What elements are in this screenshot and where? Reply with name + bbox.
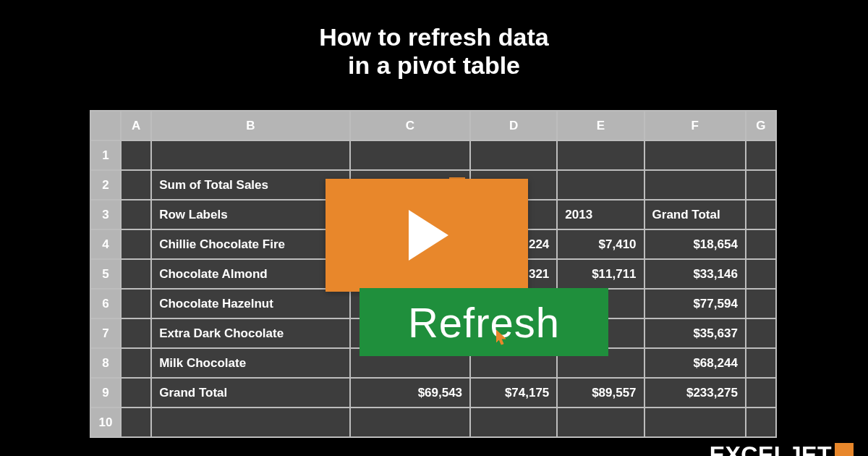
svg-marker-2 — [409, 210, 448, 261]
product-label[interactable]: Chocolate Almond — [151, 259, 350, 289]
col-header-A[interactable]: A — [121, 111, 151, 140]
cell[interactable] — [746, 348, 776, 378]
table-row: 10 — [90, 408, 776, 437]
value-cell[interactable]: $33,146 — [644, 259, 746, 289]
refresh-badge-text: Refresh — [408, 298, 560, 347]
brand-square-icon — [835, 443, 854, 456]
value-cell[interactable]: $18,654 — [644, 229, 746, 259]
cell[interactable] — [121, 289, 151, 318]
value-cell[interactable]: $74,175 — [470, 378, 557, 408]
grand-total-col-label[interactable]: Grand Total — [644, 200, 746, 229]
cell[interactable] — [746, 259, 776, 289]
play-icon — [405, 210, 448, 261]
cell[interactable] — [746, 229, 776, 259]
row-labels-cell[interactable]: Row Labels — [151, 200, 350, 229]
row-header-2[interactable]: 2 — [90, 170, 121, 200]
cell[interactable] — [746, 289, 776, 318]
product-label[interactable]: Extra Dark Chocolate — [151, 318, 350, 348]
row-header-7[interactable]: 7 — [90, 318, 121, 348]
row-header-4[interactable]: 4 — [90, 229, 121, 259]
row-header-9[interactable]: 9 — [90, 378, 121, 408]
product-label[interactable]: Chillie Chocolate Fire — [151, 229, 350, 259]
row-header-8[interactable]: 8 — [90, 348, 121, 378]
year-2013[interactable]: 2013 — [557, 200, 644, 229]
cell[interactable] — [121, 200, 151, 229]
cell[interactable] — [350, 140, 470, 170]
row-header-6[interactable]: 6 — [90, 289, 121, 318]
value-cell[interactable]: $7,410 — [557, 229, 644, 259]
value-cell[interactable]: $68,244 — [644, 348, 746, 378]
cell[interactable] — [746, 170, 776, 200]
page-title: How to refresh data in a pivot table — [0, 0, 868, 80]
product-label[interactable]: Milk Chocolate — [151, 348, 350, 378]
brand-logo: EXCELJET — [710, 443, 854, 456]
cell[interactable] — [121, 318, 151, 348]
grand-total-row-label[interactable]: Grand Total — [151, 378, 350, 408]
cell[interactable] — [557, 170, 644, 200]
cell[interactable] — [151, 408, 350, 437]
value-cell[interactable]: $35,637 — [644, 318, 746, 348]
value-cell[interactable]: $233,275 — [644, 378, 746, 408]
cell[interactable] — [470, 140, 557, 170]
cell[interactable] — [151, 140, 350, 170]
cell[interactable] — [121, 408, 151, 437]
table-row: 9 Grand Total $69,543 $74,175 $89,557 $2… — [90, 378, 776, 408]
sum-of-total-sales-label[interactable]: Sum of Total Sales — [151, 170, 350, 200]
row-labels-text: Row Labels — [159, 208, 227, 221]
cell[interactable] — [746, 378, 776, 408]
col-header-C[interactable]: C — [350, 111, 470, 140]
cell[interactable] — [746, 200, 776, 229]
cell[interactable] — [470, 408, 557, 437]
cell[interactable] — [644, 170, 746, 200]
cell[interactable] — [746, 408, 776, 437]
col-header-B[interactable]: B — [151, 111, 350, 140]
title-line-1: How to refresh data — [319, 23, 548, 51]
title-line-2: in a pivot table — [348, 51, 520, 79]
brand-text: EXCELJET — [710, 443, 832, 456]
row-header-10[interactable]: 10 — [90, 408, 121, 437]
cell[interactable] — [121, 170, 151, 200]
cell[interactable] — [121, 259, 151, 289]
value-cell[interactable]: $77,594 — [644, 289, 746, 318]
col-header-E[interactable]: E — [557, 111, 644, 140]
cell[interactable] — [121, 140, 151, 170]
value-cell[interactable]: $89,557 — [557, 378, 644, 408]
row-header-3[interactable]: 3 — [90, 200, 121, 229]
row-header-1[interactable]: 1 — [90, 140, 121, 170]
cell[interactable] — [644, 140, 746, 170]
cell[interactable] — [557, 140, 644, 170]
col-header-F[interactable]: F — [644, 111, 746, 140]
row-header-5[interactable]: 5 — [90, 259, 121, 289]
value-cell[interactable]: $11,711 — [557, 259, 644, 289]
cell[interactable] — [557, 408, 644, 437]
product-label[interactable]: Chocolate Hazelnut — [151, 289, 350, 318]
refresh-badge: Refresh — [359, 288, 608, 356]
cell[interactable] — [644, 408, 746, 437]
value-cell[interactable]: $69,543 — [350, 378, 470, 408]
corner-cell[interactable] — [90, 111, 121, 140]
cell[interactable] — [746, 140, 776, 170]
cell[interactable] — [121, 348, 151, 378]
cell[interactable] — [121, 229, 151, 259]
col-header-G[interactable]: G — [746, 111, 776, 140]
table-row: 1 — [90, 140, 776, 170]
cell[interactable] — [121, 378, 151, 408]
play-button[interactable] — [326, 179, 528, 292]
col-header-D[interactable]: D — [470, 111, 557, 140]
cell[interactable] — [350, 408, 470, 437]
cell[interactable] — [746, 318, 776, 348]
